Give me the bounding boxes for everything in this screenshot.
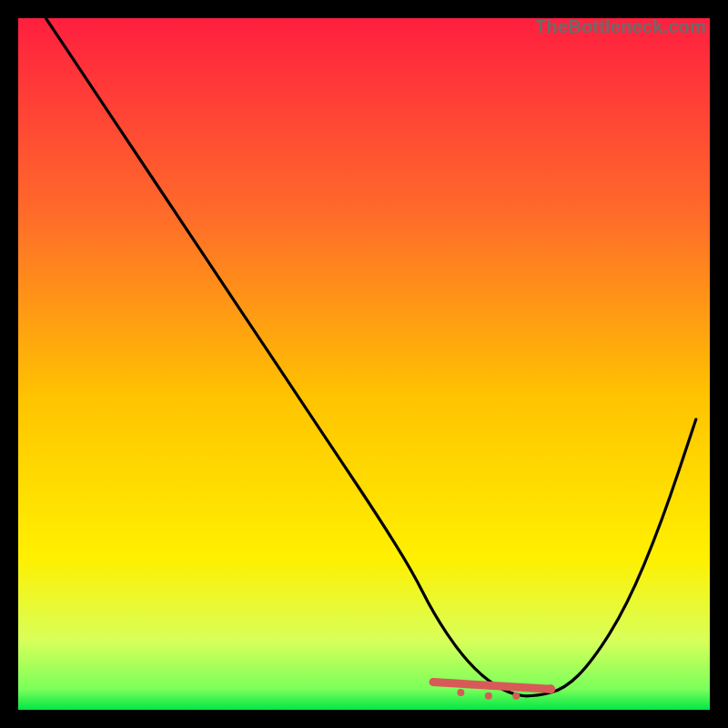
trough-span-mid3 — [512, 693, 520, 700]
watermark-text: TheBottleneck.com — [535, 16, 706, 37]
trough-span-mid2 — [485, 693, 492, 700]
chart-frame: TheBottleneck.com — [18, 18, 710, 710]
trough-span-left — [430, 679, 437, 686]
trough-span-mid1 — [457, 689, 464, 696]
bottleneck-chart — [18, 18, 710, 710]
chart-background — [18, 18, 710, 710]
trough-span-right — [546, 684, 555, 693]
